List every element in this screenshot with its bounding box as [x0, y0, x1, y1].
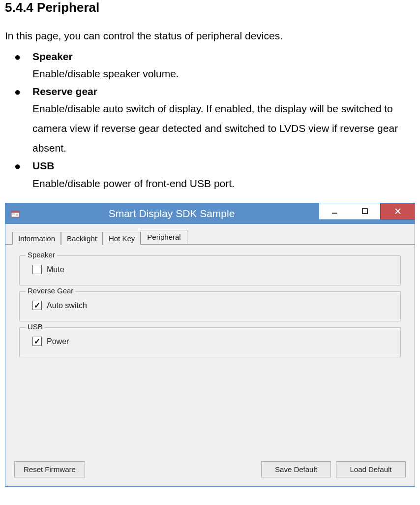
group-speaker: Speaker Mute: [19, 255, 401, 285]
group-reverse-gear: Reverse Gear Auto switch: [19, 291, 401, 321]
app-window: Smart Display SDK Sample Information Bac…: [5, 203, 415, 487]
checkbox-mute-label: Mute: [47, 265, 64, 274]
window-controls: [319, 203, 415, 224]
svg-rect-1: [11, 211, 19, 213]
svg-rect-2: [12, 214, 15, 214]
bullet-title: USB: [32, 158, 415, 174]
bullet-title: Reserve gear: [32, 84, 415, 99]
bullet-desc: Enable/disable power of front-end USB po…: [32, 174, 415, 193]
close-button[interactable]: [380, 203, 415, 220]
checkbox-autoswitch-label: Auto switch: [47, 301, 87, 310]
tab-panel-peripheral: Speaker Mute Reverse Gear Auto switch US…: [5, 245, 415, 461]
checkbox-mute-row: Mute: [32, 265, 388, 274]
bullet-desc: Enable/disable auto switch of display. I…: [32, 99, 415, 158]
intro-text: In this page, you can control the status…: [5, 28, 415, 44]
checkbox-power-label: Power: [47, 337, 69, 346]
window-title: Smart Display SDK Sample: [24, 208, 319, 220]
title-bar: Smart Display SDK Sample: [5, 203, 415, 224]
bullet-reserve-gear: Reserve gear Enable/disable auto switch …: [11, 84, 415, 158]
svg-rect-3: [12, 215, 15, 215]
svg-rect-5: [332, 213, 337, 214]
tab-hotkey[interactable]: Hot Key: [103, 232, 141, 245]
bullet-desc: Enable/disable speaker volume.: [32, 64, 415, 84]
group-title: Speaker: [26, 251, 57, 259]
bullet-title: Speaker: [32, 49, 415, 64]
section-heading: 5.4.4 Peripheral: [5, 0, 415, 15]
minimize-button[interactable]: [319, 203, 350, 220]
tab-information[interactable]: Information: [12, 232, 61, 245]
maximize-button[interactable]: [350, 203, 380, 220]
tab-strip: Information Backlight Hot Key Peripheral: [5, 224, 415, 245]
checkbox-autoswitch-row: Auto switch: [32, 301, 388, 310]
checkbox-power-row: Power: [32, 337, 388, 346]
app-icon: [10, 209, 20, 219]
checkbox-mute[interactable]: [32, 265, 42, 274]
checkbox-power[interactable]: [32, 337, 42, 346]
bullet-list: Speaker Enable/disable speaker volume. R…: [5, 49, 415, 193]
group-title: USB: [26, 322, 45, 331]
tab-backlight[interactable]: Backlight: [61, 232, 103, 245]
svg-rect-6: [362, 209, 367, 214]
button-bar: Reset Firmware Save Default Load Default: [5, 461, 415, 486]
group-usb: USB Power: [19, 327, 401, 357]
save-default-button[interactable]: Save Default: [261, 461, 331, 477]
bullet-usb: USB Enable/disable power of front-end US…: [11, 158, 415, 193]
tab-peripheral[interactable]: Peripheral: [141, 230, 187, 244]
group-title: Reverse Gear: [26, 286, 75, 295]
reset-firmware-button[interactable]: Reset Firmware: [14, 461, 85, 477]
svg-rect-4: [16, 214, 18, 216]
load-default-button[interactable]: Load Default: [336, 461, 406, 477]
spacer: [90, 461, 256, 477]
window-body: Information Backlight Hot Key Peripheral…: [5, 224, 415, 486]
checkbox-autoswitch[interactable]: [32, 301, 42, 310]
bullet-speaker: Speaker Enable/disable speaker volume.: [11, 49, 415, 84]
